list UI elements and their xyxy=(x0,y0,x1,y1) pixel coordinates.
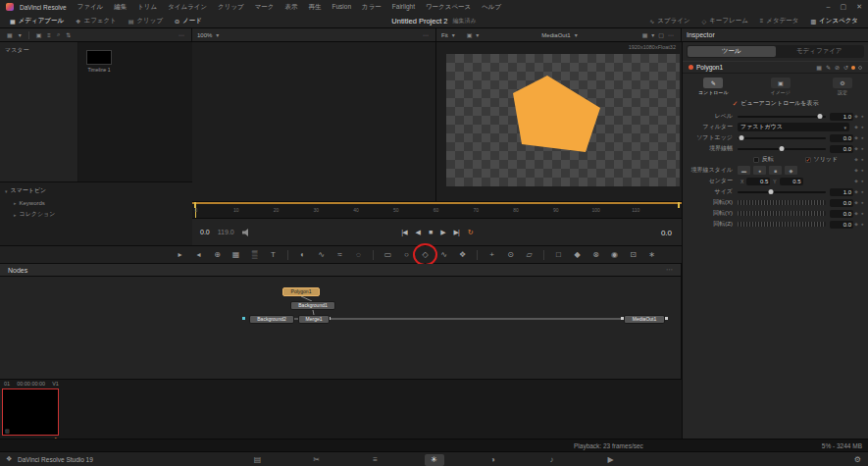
range-end-marker[interactable] xyxy=(678,202,680,208)
node-enable-dot-secondary[interactable] xyxy=(858,66,862,70)
keyframes-button[interactable]: ◇キーフレーム xyxy=(698,17,752,26)
border-style-butt-icon[interactable]: ▬ xyxy=(738,166,750,175)
level-control[interactable] xyxy=(738,116,830,118)
page-fairlight-icon[interactable]: ♪ xyxy=(542,454,562,466)
value-box[interactable]: 0.0 xyxy=(830,145,853,153)
menu-item[interactable]: 表示 xyxy=(281,3,303,12)
imageplane3d-tool[interactable]: □ xyxy=(550,247,567,262)
size-control[interactable] xyxy=(738,191,830,193)
value-box[interactable]: 0.0 xyxy=(830,210,853,218)
keyframe-icon[interactable]: ◆ ● xyxy=(853,211,866,216)
smart-bin-item[interactable]: ▸Keywords xyxy=(0,197,192,207)
speaker-icon[interactable] xyxy=(242,229,251,236)
channels-icon[interactable]: ▦ xyxy=(640,31,650,38)
page-edit-icon[interactable]: ≡ xyxy=(366,454,385,466)
border-style-round-icon[interactable]: ● xyxy=(753,166,766,175)
slider-handle[interactable] xyxy=(769,189,774,194)
page-media-icon[interactable]: ▤ xyxy=(248,454,268,466)
tab-settings[interactable]: ⚙設定 xyxy=(833,78,852,95)
effects-button[interactable]: ❖エフェクト xyxy=(72,17,121,26)
slider-handle[interactable] xyxy=(817,114,822,119)
dropdown-icon[interactable]: ▾ xyxy=(450,31,457,38)
value-box[interactable]: 0.0 xyxy=(830,134,853,142)
colorcorrector-tool[interactable]: ◐ xyxy=(294,247,311,262)
play-button[interactable]: ▶ xyxy=(440,229,444,236)
border-style-control[interactable]: ▬●■◆ xyxy=(738,166,853,175)
zoom-level-dropdown[interactable]: 100% xyxy=(197,32,212,38)
bin-grid-icon[interactable]: ▦ xyxy=(5,31,15,38)
bin-item-master[interactable]: マスター xyxy=(0,42,77,55)
filter-control[interactable]: ファストガウス▾ xyxy=(738,123,849,131)
media-pool-button[interactable]: ▦メディアプール xyxy=(6,17,68,26)
tab-image[interactable]: ▣イメージ xyxy=(771,78,791,95)
keyframe-icon[interactable]: ◆ ● xyxy=(853,189,866,194)
camera3d-tool[interactable]: ◉ xyxy=(606,247,623,262)
rotation-x-control[interactable] xyxy=(738,200,830,205)
node-mediaout1[interactable]: MediaOut1 xyxy=(624,315,665,324)
go-to-start-button[interactable]: |◀ xyxy=(401,229,406,236)
node-polygon1[interactable]: Polygon1 xyxy=(282,287,320,296)
viewer-canvas[interactable] xyxy=(446,54,680,186)
node-merge1[interactable]: Merge1 xyxy=(298,315,330,324)
page-deliver-icon[interactable]: ▶ xyxy=(601,454,621,466)
page-color-icon[interactable]: ◑ xyxy=(484,454,503,466)
x-value[interactable]: 0.5 xyxy=(746,178,770,185)
show-view-controls[interactable]: ✓ ビューアコントロールを表示 xyxy=(683,97,868,110)
keyframe-icon[interactable]: ◆ ● xyxy=(853,200,866,205)
settings-gear-icon[interactable]: ⚙ xyxy=(854,455,861,464)
dropdown-icon[interactable]: ▾ xyxy=(649,31,656,38)
thumbnail-view-icon[interactable]: ▣ xyxy=(34,31,44,38)
mediaout-tool[interactable]: ◂ xyxy=(190,247,207,262)
current-frame[interactable]: 0.0 xyxy=(200,229,210,235)
thumbwheel[interactable] xyxy=(738,200,826,205)
slider-handle[interactable] xyxy=(780,146,785,151)
checkbox-ソリッド[interactable]: ソリッド xyxy=(805,155,839,164)
menu-item[interactable]: 編集 xyxy=(109,3,131,12)
viewer-options-icon[interactable]: ⋯ xyxy=(421,31,431,38)
magicmask-tool[interactable]: ❖ xyxy=(454,247,471,262)
more-icon[interactable]: ⋯ xyxy=(666,266,673,274)
page-cut-icon[interactable]: ✂ xyxy=(307,454,327,466)
menu-item[interactable]: ヘルプ xyxy=(477,3,506,12)
renderer3d-tool[interactable]: ⊡ xyxy=(625,247,641,262)
loop-button[interactable]: ↻ xyxy=(468,229,473,236)
viewer-options-icon[interactable]: ⋯ xyxy=(666,31,676,38)
blur-tool[interactable]: ◌ xyxy=(350,247,367,262)
bin-list[interactable]: マスター xyxy=(0,42,78,181)
huecurves-tool[interactable]: ≈ xyxy=(332,247,348,262)
value-box[interactable]: 0.0 xyxy=(830,199,853,207)
menu-item[interactable]: 再生 xyxy=(304,3,327,12)
search-icon[interactable]: ⌕ xyxy=(55,31,62,38)
thumbwheel[interactable] xyxy=(738,222,826,227)
menu-item[interactable]: カラー xyxy=(357,3,386,12)
colorcurves-tool[interactable]: ∿ xyxy=(313,247,330,262)
step-back-button[interactable]: ◀ xyxy=(416,229,420,236)
menu-item[interactable]: マーク xyxy=(250,3,280,12)
menu-item[interactable]: Fairlight xyxy=(387,3,420,12)
merge-tool[interactable]: ⊕ xyxy=(209,247,226,262)
sort-icon[interactable]: ⇅ xyxy=(64,31,73,38)
node-grid-icon[interactable]: ▦ xyxy=(816,64,822,71)
y-value[interactable]: 0.5 xyxy=(780,178,803,185)
clips-button[interactable]: ▤クリップ xyxy=(125,17,167,26)
rectangle-mask-tool[interactable]: ▭ xyxy=(380,247,396,262)
background-tool[interactable]: ▦ xyxy=(228,247,244,262)
pemitter-tool[interactable]: ∗ xyxy=(643,247,660,262)
maximize-button[interactable]: ▢ xyxy=(841,3,847,11)
border-style-bevel-icon[interactable]: ◆ xyxy=(785,166,797,175)
timeline-clip-thumbnail[interactable] xyxy=(86,50,112,65)
border-width-control[interactable] xyxy=(738,148,830,150)
menu-item[interactable]: ワークスペース xyxy=(421,3,476,12)
menu-item[interactable]: トリム xyxy=(132,3,162,12)
planartracker-tool[interactable]: ▱ xyxy=(521,247,537,262)
node-background1[interactable]: Background1 xyxy=(290,301,335,310)
keyframe-icon[interactable]: ◆ ● xyxy=(853,125,866,129)
rotation-y-control[interactable] xyxy=(738,211,830,216)
value-box[interactable]: 1.0 xyxy=(830,188,853,196)
menu-item[interactable]: ファイル xyxy=(73,3,109,12)
keyframe-icon[interactable]: ◆ ● xyxy=(853,222,866,227)
keyframe-icon[interactable]: ◆ ● xyxy=(853,114,866,119)
mediain-tool[interactable]: ▸ xyxy=(172,247,188,262)
keyframe-icon[interactable]: ◆ ● xyxy=(853,168,866,173)
thumbwheel[interactable] xyxy=(738,211,826,216)
